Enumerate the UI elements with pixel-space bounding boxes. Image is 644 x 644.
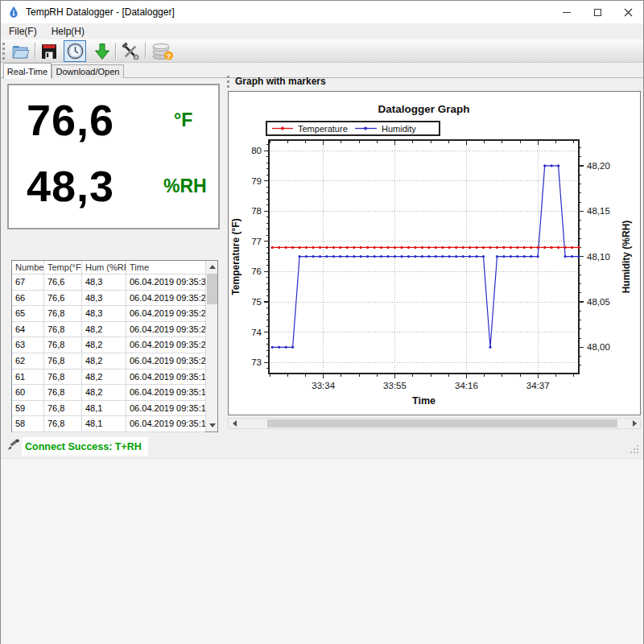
table-cell: 06.04.2019 09:35:31	[126, 275, 205, 290]
chevron-left-icon	[233, 420, 237, 427]
table-cell: 48,2	[82, 353, 126, 369]
menu-file[interactable]: File(F)	[2, 24, 43, 39]
app-window: TempRH Datalogger - [Datalogger] File(F)…	[0, 0, 644, 644]
svg-text:Humidity: Humidity	[382, 124, 416, 134]
table-row[interactable]: 6476,848,206.04.2019 09:35:25	[12, 322, 205, 338]
close-icon	[624, 8, 633, 17]
svg-text:Temperature (°F): Temperature (°F)	[230, 218, 242, 295]
table-row[interactable]: 6176,848,206.04.2019 09:35:18	[12, 369, 205, 386]
scroll-up-button[interactable]	[206, 261, 218, 273]
table-cell: 62	[12, 353, 44, 369]
clock-icon	[66, 42, 85, 60]
svg-text:48,00: 48,00	[587, 342, 610, 352]
scroll-left-button[interactable]	[229, 419, 240, 428]
table-cell: 66	[12, 291, 44, 306]
table-cell: 76,8	[44, 369, 82, 385]
resize-grip[interactable]	[630, 444, 639, 454]
table-cell: 76,8	[44, 401, 82, 416]
graph-panel: 33:3433:5534:1634:37737475767778798048,0…	[228, 91, 641, 415]
graph-panel-header[interactable]: Graph with markers	[235, 76, 326, 87]
table-cell: 06.04.2019 09:35:29	[126, 291, 205, 306]
table-cell: 76,8	[44, 353, 82, 369]
chevron-up-icon	[209, 265, 216, 269]
humidity-value: 48,3	[27, 161, 114, 211]
close-button[interactable]	[613, 1, 643, 23]
table-row[interactable]: 6276,848,206.04.2019 09:35:21	[12, 353, 205, 369]
form-background	[1, 458, 643, 644]
table-row[interactable]: 5976,848,106.04.2019 09:35:14	[12, 401, 205, 417]
scrollbar-thumb[interactable]	[207, 274, 217, 304]
hscrollbar-thumb[interactable]	[267, 419, 617, 427]
humidity-unit: %RH	[163, 175, 207, 197]
save-button[interactable]	[38, 40, 60, 62]
svg-text:34:16: 34:16	[455, 381, 478, 390]
column-header-time[interactable]: Time	[126, 261, 205, 274]
table-row[interactable]: 6676,648,306.04.2019 09:35:29	[12, 291, 205, 307]
logger-time-button[interactable]	[64, 40, 86, 62]
svg-text:48,05: 48,05	[587, 297, 610, 307]
temperature-value: 76,6	[27, 95, 114, 145]
column-header-hum[interactable]: Hum (%RH)	[82, 261, 126, 274]
toolbar-separator	[145, 43, 146, 59]
svg-text:Temperature: Temperature	[298, 124, 348, 134]
svg-text:Humidity (%RH): Humidity (%RH)	[621, 221, 632, 294]
table-row[interactable]: 5876,848,106.04.2019 09:35:12	[12, 416, 205, 432]
svg-text:78: 78	[251, 206, 262, 216]
connect-pen-icon	[6, 438, 21, 452]
table-cell: 76,8	[44, 306, 82, 321]
device-info-button[interactable]: ?	[149, 40, 176, 62]
folder-open-icon	[10, 42, 30, 61]
table-cell: 48,2	[82, 337, 126, 353]
datalogger-chart: 33:3433:5534:1634:37737475767778798048,0…	[229, 92, 640, 414]
column-header-temp[interactable]: Temp(°F)	[44, 261, 82, 274]
graph-hscrollbar[interactable]	[228, 418, 641, 429]
maximize-button[interactable]	[582, 1, 613, 23]
table-cell: 59	[12, 401, 44, 416]
table-row[interactable]: 6576,848,306.04.2019 09:35:27	[12, 306, 205, 322]
table-cell: 63	[12, 337, 44, 353]
table-cell: 76,8	[44, 322, 82, 337]
minimize-button[interactable]	[551, 1, 582, 23]
graph-panel-grip[interactable]	[227, 76, 229, 88]
table-cell: 48,3	[82, 291, 126, 306]
table-cell: 06.04.2019 09:35:21	[126, 353, 205, 369]
table-row[interactable]: 6376,848,206.04.2019 09:35:23	[12, 337, 205, 353]
title-bar[interactable]: TempRH Datalogger - [Datalogger]	[1, 1, 643, 23]
table-body: 6776,648,306.04.2019 09:35:316676,648,30…	[12, 275, 205, 432]
svg-text:77: 77	[251, 237, 262, 246]
table-cell: 48,1	[82, 401, 126, 416]
svg-text:48,10: 48,10	[587, 252, 610, 262]
table-row[interactable]: 6076,848,206.04.2019 09:35:16	[12, 385, 205, 401]
svg-text:34:37: 34:37	[526, 381, 550, 390]
tab-real-time[interactable]: Real-Time	[3, 63, 52, 79]
settings-button[interactable]	[119, 40, 142, 62]
status-message: Connect Success: T+RH	[25, 441, 142, 452]
svg-text:33:55: 33:55	[383, 381, 407, 390]
column-header-number[interactable]: Number	[12, 261, 44, 274]
table-scrollbar[interactable]	[205, 261, 217, 431]
toolbar: ?	[1, 39, 643, 63]
temperature-unit: °F	[174, 109, 192, 131]
download-data-button[interactable]	[91, 40, 114, 62]
table-cell: 06.04.2019 09:35:23	[126, 337, 205, 353]
database-question-icon: ?	[151, 42, 175, 61]
open-file-button[interactable]	[9, 40, 31, 62]
scroll-down-button[interactable]	[206, 419, 218, 431]
table-row[interactable]: 6776,648,306.04.2019 09:35:31	[12, 275, 205, 291]
download-icon	[93, 42, 112, 61]
app-icon	[7, 6, 20, 19]
svg-text:?: ?	[167, 51, 171, 60]
tools-icon	[121, 42, 140, 61]
table-cell: 06.04.2019 09:35:18	[126, 369, 205, 385]
minimize-icon	[563, 12, 571, 13]
table-cell: 60	[12, 385, 44, 400]
table-cell: 48,1	[82, 416, 126, 431]
table-cell: 06.04.2019 09:35:16	[126, 385, 205, 400]
scroll-right-button[interactable]	[629, 419, 640, 428]
toolbar-separator	[115, 43, 116, 59]
toolbar-grip[interactable]	[2, 43, 5, 60]
table-header: Number Temp(°F) Hum (%RH) Time	[12, 261, 205, 275]
menu-help[interactable]: Help(H)	[45, 24, 91, 39]
tab-download-open[interactable]: Download/Open	[52, 64, 124, 78]
svg-text:80: 80	[251, 146, 262, 155]
